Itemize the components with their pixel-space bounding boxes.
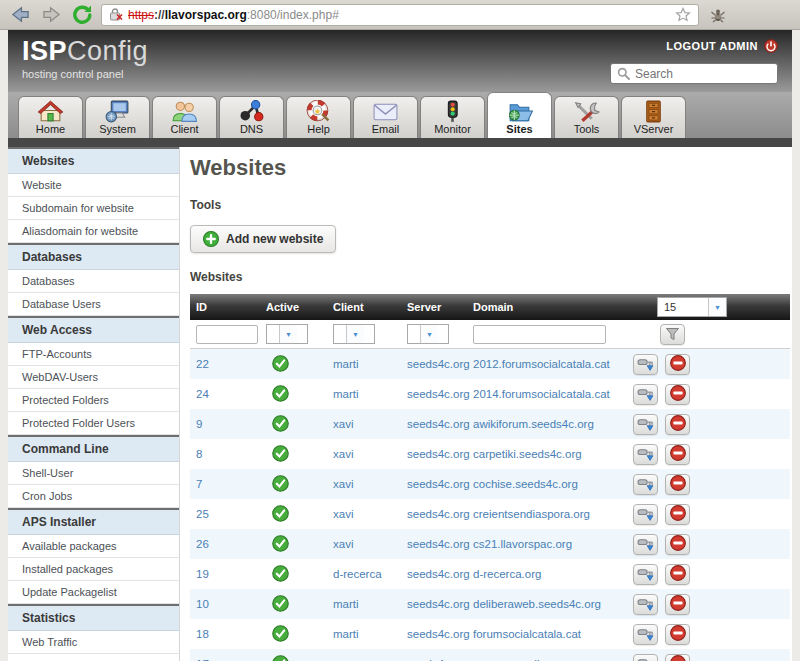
delete-button[interactable] (665, 594, 690, 615)
sidebar-item-installed-packages[interactable]: Installed packages (8, 558, 179, 581)
client-link[interactable]: xavi (333, 508, 353, 520)
active-check-icon[interactable] (266, 355, 289, 372)
sidebar-item-protected-folders[interactable]: Protected Folders (8, 389, 179, 412)
tab-home[interactable]: Home (18, 96, 83, 138)
client-link[interactable]: xavi (333, 538, 353, 550)
filter-server-select[interactable]: ▼ (407, 324, 449, 344)
tab-dns[interactable]: DNS (219, 96, 284, 138)
login-as-button[interactable] (633, 594, 658, 615)
sidebar-item-databases[interactable]: Databases (8, 270, 179, 293)
active-check-icon[interactable] (266, 625, 289, 642)
delete-button[interactable] (665, 354, 690, 375)
reload-button[interactable] (70, 4, 94, 26)
website-id-link[interactable]: 8 (196, 448, 202, 460)
website-id-link[interactable]: 10 (196, 598, 209, 610)
delete-button[interactable] (665, 414, 690, 435)
search-box[interactable] (610, 63, 778, 84)
delete-button[interactable] (665, 474, 690, 495)
server-link[interactable]: seeds4c.org (407, 418, 470, 430)
server-link[interactable]: seeds4c.org (407, 358, 470, 370)
website-id-link[interactable]: 18 (196, 628, 209, 640)
apply-filter-button[interactable] (660, 324, 685, 345)
login-as-button[interactable] (633, 354, 658, 375)
filter-active-select[interactable]: ▼ (266, 324, 308, 344)
website-id-link[interactable]: 26 (196, 538, 209, 550)
tab-help[interactable]: Help (286, 96, 351, 138)
page-size-select[interactable]: 15 ▼ (657, 297, 727, 317)
column-header-domain[interactable]: Domain (467, 301, 627, 313)
server-link[interactable]: seeds4c.org (407, 628, 470, 640)
delete-button[interactable] (665, 624, 690, 645)
delete-button[interactable] (665, 564, 690, 585)
domain-link[interactable]: d-recerca.org (473, 568, 541, 580)
server-link[interactable]: seeds4c.org (407, 598, 470, 610)
extension-button[interactable] (706, 4, 730, 26)
active-check-icon[interactable] (266, 505, 289, 522)
website-id-link[interactable]: 7 (196, 478, 202, 490)
sidebar-item-web-traffic[interactable]: Web Traffic (8, 631, 179, 654)
server-link[interactable]: seeds4c.org (407, 448, 470, 460)
tab-vserver[interactable]: VServer (621, 96, 686, 138)
table-row[interactable]: 18martiseeds4c.orgforumsocialcatala.cat (190, 619, 790, 649)
table-row[interactable]: 7xaviseeds4c.orgcochise.seeds4c.org (190, 469, 790, 499)
logout-button[interactable]: LOGOUT ADMIN (666, 39, 778, 53)
client-link[interactable]: d-recerca (333, 568, 382, 580)
active-check-icon[interactable] (266, 655, 289, 661)
domain-link[interactable]: deliberaweb.seeds4c.org (473, 598, 601, 610)
column-header-server[interactable]: Server (401, 301, 467, 313)
table-row[interactable]: 19d-recercaseeds4c.orgd-recerca.org (190, 559, 790, 589)
table-row[interactable]: 8xaviseeds4c.orgcarpetiki.seeds4c.org (190, 439, 790, 469)
sidebar-item-available-packages[interactable]: Available packages (8, 535, 179, 558)
domain-link[interactable]: awikiforum.seeds4c.org (473, 418, 594, 430)
active-check-icon[interactable] (266, 385, 289, 402)
client-link[interactable]: marti (333, 388, 359, 400)
active-check-icon[interactable] (266, 595, 289, 612)
login-as-button[interactable] (633, 504, 658, 525)
website-id-link[interactable]: 9 (196, 418, 202, 430)
website-id-link[interactable]: 22 (196, 358, 209, 370)
login-as-button[interactable] (633, 414, 658, 435)
domain-link[interactable]: creientsendiaspora.org (473, 508, 590, 520)
column-header-active[interactable]: Active (260, 301, 327, 313)
add-website-button[interactable]: Add new website (190, 225, 336, 253)
active-check-icon[interactable] (266, 445, 289, 462)
domain-link[interactable]: carpetiki.seeds4c.org (473, 448, 582, 460)
server-link[interactable]: seeds4c.org (407, 478, 470, 490)
filter-domain-input[interactable] (473, 325, 606, 344)
server-link[interactable]: seeds4c.org (407, 538, 470, 550)
sidebar-item-subdomain-for-website[interactable]: Subdomain for website (8, 197, 179, 220)
sidebar-item-cron-jobs[interactable]: Cron Jobs (8, 485, 179, 508)
sidebar-item-webdav-users[interactable]: WebDAV-Users (8, 366, 179, 389)
table-row[interactable]: 24martiseeds4c.org2014.forumsocialcatala… (190, 379, 790, 409)
website-id-link[interactable]: 25 (196, 508, 209, 520)
table-row[interactable]: 10martiseeds4c.orgdeliberaweb.seeds4c.or… (190, 589, 790, 619)
server-link[interactable]: seeds4c.org (407, 508, 470, 520)
website-id-link[interactable]: 24 (196, 388, 209, 400)
login-as-button[interactable] (633, 444, 658, 465)
tab-monitor[interactable]: Monitor (420, 96, 485, 138)
client-link[interactable]: xavi (333, 448, 353, 460)
delete-button[interactable] (665, 384, 690, 405)
login-as-button[interactable] (633, 534, 658, 555)
login-as-button[interactable] (633, 384, 658, 405)
tab-client[interactable]: Client (152, 96, 217, 138)
tab-email[interactable]: Email (353, 96, 418, 138)
delete-button[interactable] (665, 654, 690, 661)
table-row[interactable]: 17gavarresseeds4c.orggavarrespedia.org (190, 649, 790, 661)
client-link[interactable]: xavi (333, 478, 353, 490)
domain-link[interactable]: forumsocialcatala.cat (473, 628, 581, 640)
client-link[interactable]: marti (333, 628, 359, 640)
tab-sites[interactable]: Sites (487, 92, 552, 138)
filter-client-select[interactable]: ▼ (333, 324, 375, 344)
tab-tools[interactable]: Tools (554, 96, 619, 138)
search-input[interactable] (635, 67, 771, 81)
delete-button[interactable] (665, 534, 690, 555)
table-row[interactable]: 22martiseeds4c.org2012.forumsocialcatala… (190, 349, 790, 379)
client-link[interactable]: xavi (333, 418, 353, 430)
table-row[interactable]: 25xaviseeds4c.orgcreientsendiaspora.org (190, 499, 790, 529)
domain-link[interactable]: cochise.seeds4c.org (473, 478, 578, 490)
domain-link[interactable]: 2014.forumsocialcatala.cat (473, 388, 610, 400)
sidebar-item-update-packagelist[interactable]: Update Packagelist (8, 581, 179, 604)
client-link[interactable]: marti (333, 358, 359, 370)
sidebar-item-website-quota-harddisk[interactable]: Website quota (Harddisk) (8, 654, 179, 661)
